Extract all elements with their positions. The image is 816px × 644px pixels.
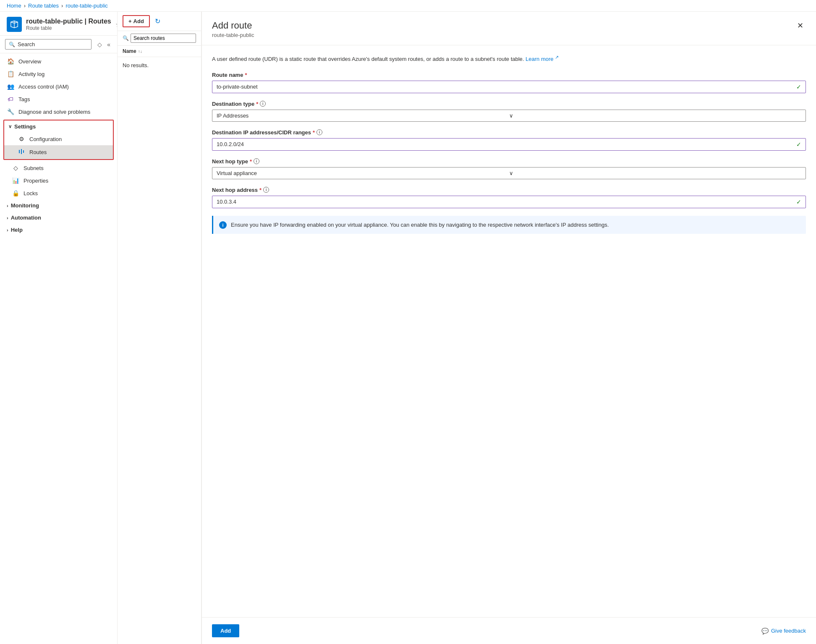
route-name-input[interactable] [217,84,796,90]
sidebar-item-label-properties: Properties [24,178,48,184]
sidebar-item-label-iam: Access control (IAM) [18,84,69,90]
info-circle-icon: i [219,221,227,229]
destination-cidr-label: Destination IP addresses/CIDR ranges * i [212,129,806,136]
feedback-label: Give feedback [771,628,806,634]
feedback-icon: 💬 [761,628,769,634]
pane-subtitle: route-table-public [212,32,795,38]
destination-type-label: Destination type * i [212,101,806,107]
give-feedback-link[interactable]: 💬 Give feedback [761,628,806,634]
routes-toolbar: + Add ↻ [118,12,201,31]
resource-icon [7,17,22,32]
destination-type-info-icon[interactable]: i [260,101,266,107]
automation-chevron-icon: › [7,215,8,220]
sidebar-item-properties[interactable]: 📊 Properties [0,174,117,187]
add-button[interactable]: + Add [123,15,150,27]
sidebar-item-label-locks: Locks [24,190,38,196]
next-hop-address-info-icon[interactable]: i [263,187,269,193]
next-hop-type-value: Virtual appliance [217,170,509,176]
required-star-4: * [250,158,252,165]
tags-icon: 🏷 [7,96,14,102]
add-icon: + [128,18,132,24]
destination-cidr-field: Destination IP addresses/CIDR ranges * i… [212,129,806,151]
sidebar-item-subnets[interactable]: ◇ Subnets [0,162,117,174]
search-bar-container: 🔍 ◇ « [0,36,117,53]
routes-search-input[interactable] [131,34,196,43]
next-hop-type-field: Next hop type * i Virtual appliance ∨ [212,158,806,179]
info-box-text: Ensure you have IP forwarding enabled on… [231,221,609,229]
settings-section: ∨ Settings ⚙ Configuration Routes [3,120,114,160]
settings-chevron-icon: ∨ [8,124,12,129]
resource-title-block: route-table-public | Routes Route table [26,18,111,31]
breadcrumb-current[interactable]: route-table-public [65,3,107,9]
resource-header: route-table-public | Routes Route table … [0,12,117,36]
pane-description: A user defined route (UDR) is a static r… [212,54,806,63]
monitoring-chevron-icon: › [7,203,8,208]
next-hop-address-input-container[interactable]: ✓ [212,196,806,208]
next-hop-type-dropdown-icon: ∨ [509,170,802,176]
search-bar[interactable]: 🔍 [5,39,92,50]
destination-cidr-input-container[interactable]: ✓ [212,138,806,151]
help-chevron-icon: › [7,228,8,233]
next-hop-address-check-icon: ✓ [796,199,801,205]
breadcrumb-sep2: › [61,3,63,9]
next-hop-type-select[interactable]: Virtual appliance ∨ [212,167,806,179]
close-pane-button[interactable]: ✕ [795,20,806,31]
sidebar-item-label-routes: Routes [29,149,47,155]
next-hop-address-label: Next hop address * i [212,187,806,193]
learn-more-link[interactable]: Learn more ↗ [526,56,559,62]
sidebar-item-label-overview: Overview [18,58,41,65]
search-icon: 🔍 [9,42,15,47]
activity-log-icon: 📋 [7,71,14,77]
iam-icon: 👥 [7,83,14,90]
next-hop-type-info-icon[interactable]: i [254,158,259,164]
breadcrumb: Home › Route tables › route-table-public [0,0,816,12]
routes-icon [18,148,25,156]
sidebar-item-configuration[interactable]: ⚙ Configuration [4,133,113,145]
diagnose-icon: 🔧 [7,108,14,115]
breadcrumb-home[interactable]: Home [7,3,21,9]
route-name-label: Route name * [212,72,806,78]
properties-icon: 📊 [12,177,19,184]
destination-type-dropdown-icon: ∨ [509,113,802,119]
nav-prev-button[interactable]: ◇ [96,40,104,49]
sidebar-item-tags[interactable]: 🏷 Tags [0,93,117,105]
automation-label: Automation [11,215,41,221]
breadcrumb-route-tables[interactable]: Route tables [28,3,59,9]
add-route-button[interactable]: Add [212,624,239,637]
destination-cidr-info-icon[interactable]: i [316,129,322,135]
next-hop-address-field: Next hop address * i ✓ [212,187,806,208]
search-input[interactable] [18,41,88,47]
configuration-icon: ⚙ [18,136,25,142]
sidebar-item-routes[interactable]: Routes [4,145,113,159]
destination-type-select[interactable]: IP Addresses ∨ [212,110,806,122]
settings-header[interactable]: ∨ Settings [4,120,113,133]
monitoring-label: Monitoring [11,202,39,209]
name-column-header: Name [123,48,136,54]
sidebar-item-locks[interactable]: 🔒 Locks [0,187,117,199]
route-name-check-icon: ✓ [796,84,801,90]
sidebar-section-monitoring[interactable]: › Monitoring [0,199,117,212]
destination-type-value: IP Addresses [217,113,509,119]
destination-cidr-input[interactable] [217,141,796,147]
sidebar-item-iam[interactable]: 👥 Access control (IAM) [0,80,117,93]
left-sidebar: route-table-public | Routes Route table … [0,12,118,644]
next-hop-type-label: Next hop type * i [212,158,806,165]
sidebar-item-label-configuration: Configuration [29,136,62,142]
sidebar-section-help[interactable]: › Help [0,224,117,236]
sidebar-item-activity-log[interactable]: 📋 Activity log [0,68,117,80]
required-star-3: * [313,129,315,136]
destination-cidr-check-icon: ✓ [796,141,801,148]
routes-table-header: Name ↑↓ [118,46,201,57]
nav-collapse-button[interactable]: « [105,40,112,49]
route-name-input-container[interactable]: ✓ [212,81,806,93]
refresh-button[interactable]: ↻ [153,16,162,26]
next-hop-address-input[interactable] [217,199,796,205]
sidebar-item-overview[interactable]: 🏠 Overview [0,55,117,68]
sidebar-section-automation[interactable]: › Automation [0,212,117,224]
sidebar-item-label-subnets: Subnets [24,165,44,171]
destination-type-field: Destination type * i IP Addresses ∨ [212,101,806,122]
sort-icon[interactable]: ↑↓ [138,49,142,54]
sidebar-item-diagnose[interactable]: 🔧 Diagnose and solve problems [0,105,117,118]
pane-footer: Add 💬 Give feedback [202,617,816,644]
settings-label: Settings [14,123,36,130]
